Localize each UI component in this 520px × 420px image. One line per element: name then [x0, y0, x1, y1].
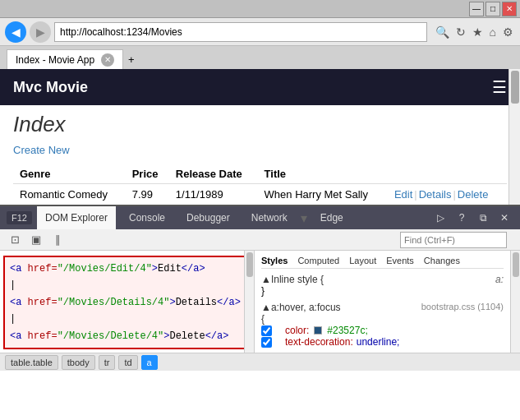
f12-badge: F12	[7, 211, 32, 224]
tab-network[interactable]: Network	[243, 206, 296, 229]
tab-debugger[interactable]: Debugger	[178, 206, 238, 229]
styles-tab-styles[interactable]: Styles	[261, 256, 288, 265]
css-brace-close: }	[261, 285, 504, 297]
css-prop-decoration-checkbox[interactable]	[261, 337, 272, 348]
star-icon[interactable]: ★	[471, 24, 485, 40]
edit-link[interactable]: Edit	[394, 188, 412, 201]
styles-tabs: Styles Computed Layout Events Changes	[261, 256, 504, 269]
dom-separator-2: |	[10, 311, 244, 327]
close-button[interactable]: ✕	[502, 2, 517, 16]
find-box	[400, 232, 507, 248]
crumb-a[interactable]: a	[141, 355, 158, 370]
dom-scroll-thumb	[246, 252, 253, 277]
page-content: Index Create New Genre Price Release Dat…	[0, 105, 520, 205]
crumb-td[interactable]: td	[118, 355, 137, 370]
col-genre: Genre	[13, 164, 126, 184]
home-icon[interactable]: ⌂	[488, 24, 498, 40]
settings-icon[interactable]: ⚙	[501, 24, 515, 40]
dom-line-details: <a href="/Movies/Details/4">Details</a>	[10, 294, 244, 311]
address-icons: 🔍 ↻ ★ ⌂ ⚙	[434, 24, 515, 40]
css-inline-decoration: a:	[495, 274, 504, 285]
app-container: Mvc Movie ☰ Index Create New Genre Price…	[0, 69, 520, 205]
css-open-brace: {	[261, 313, 504, 325]
delete-link[interactable]: Delete	[458, 188, 489, 201]
dom-highlighted-block: <a href="/Movies/Edit/4">Edit</a> | <a h…	[3, 256, 251, 349]
devtools-toolbar: F12 DOM Explorer Console Debugger Networ…	[0, 206, 520, 229]
mvc-navbar: Mvc Movie ☰	[0, 69, 520, 105]
forward-button[interactable]: ▶	[30, 21, 51, 43]
crumb-table[interactable]: table.table	[5, 355, 58, 370]
styles-tab-events[interactable]: Events	[386, 256, 414, 265]
tab-separator: ▾	[301, 210, 307, 226]
css-selector-inline: ▲Inline style	[261, 274, 320, 285]
back-button[interactable]: ◀	[5, 21, 26, 43]
table-header-row: Genre Price Release Date Title	[13, 164, 507, 184]
cell-title: When Harry Met Sally	[258, 184, 388, 205]
css-prop-decoration-name: text-decoration:	[275, 336, 353, 348]
styles-panel-scrollbar[interactable]	[510, 251, 520, 353]
url-text: http://localhost:1234/Movies	[60, 26, 182, 38]
close-devtools-icon[interactable]: ✕	[495, 209, 513, 227]
tab-bar: Index - Movie App ✕ +	[0, 46, 520, 69]
css-rule-hover: ▲a:hover, a:focus bootstrap.css (1104) {…	[261, 302, 504, 348]
pin-icon[interactable]: ▷	[431, 209, 449, 227]
create-new-link[interactable]: Create New	[13, 144, 70, 156]
dom-separator-1: |	[10, 277, 244, 293]
css-prop-color-name: color:	[275, 325, 309, 336]
col-price: Price	[126, 164, 169, 184]
new-tab-button[interactable]: +	[123, 49, 140, 69]
crumb-tbody[interactable]: tbody	[62, 355, 95, 370]
cell-release-date: 1/11/1989	[169, 184, 258, 205]
details-link[interactable]: Details	[419, 188, 452, 201]
col-actions	[388, 164, 507, 184]
tab-title: Index - Movie App	[16, 54, 94, 66]
devtools-right-icons: ▷ ? ⧉ ✕	[431, 209, 513, 227]
styles-panel: Styles Computed Layout Events Changes ▲I…	[255, 251, 510, 353]
styles-tab-layout[interactable]: Layout	[349, 256, 376, 265]
css-prop-color-row: color: #23527c;	[261, 325, 504, 336]
color-swatch[interactable]	[314, 326, 322, 335]
col-release-date: Release Date	[169, 164, 258, 184]
css-prop-color-val: #23527c;	[327, 325, 367, 336]
nav-title: Mvc Movie	[13, 79, 88, 96]
col-title: Title	[258, 164, 388, 184]
browser-titlebar: — □ ✕	[0, 0, 520, 18]
tab-edge[interactable]: Edge	[312, 206, 352, 229]
minimize-button[interactable]: —	[469, 2, 484, 16]
devtools-secondary-toolbar: ⊡ ▣ ∥	[0, 229, 520, 251]
css-selector-hover: ▲a:hover, a:focus	[261, 302, 341, 313]
box-model-icon[interactable]: ▣	[28, 232, 44, 248]
select-element-icon[interactable]: ⊡	[7, 232, 23, 248]
styles-tab-computed[interactable]: Computed	[297, 256, 339, 265]
scroll-thumb	[511, 71, 519, 104]
crumb-tr[interactable]: tr	[99, 355, 116, 370]
cell-price: 7.99	[126, 184, 169, 205]
hamburger-icon[interactable]: ☰	[492, 77, 507, 97]
devtools-statusbar: table.table tbody tr td a	[0, 353, 520, 371]
maximize-button[interactable]: □	[485, 2, 500, 16]
cell-genre: Romantic Comedy	[13, 184, 126, 205]
css-source[interactable]: bootstrap.css (1104)	[421, 302, 504, 312]
find-input[interactable]	[400, 232, 507, 248]
page-scrollbar[interactable]	[508, 69, 520, 205]
refresh-icon[interactable]: ↻	[454, 24, 467, 40]
dom-line-delete: <a href="/Movies/Delete/4">Delete</a>	[10, 328, 244, 344]
cursor-icon[interactable]: ∥	[49, 232, 66, 248]
page-title: Index	[13, 112, 507, 137]
styles-tab-changes[interactable]: Changes	[424, 256, 460, 265]
address-bar[interactable]: http://localhost:1234/Movies	[54, 22, 427, 42]
browser-tab[interactable]: Index - Movie App ✕	[7, 49, 123, 69]
tab-console[interactable]: Console	[121, 206, 173, 229]
css-prop-color-checkbox[interactable]	[261, 325, 272, 336]
search-icon[interactable]: 🔍	[434, 24, 451, 40]
help-icon[interactable]: ?	[453, 209, 471, 227]
css-rule-inline: ▲Inline style { a: }	[261, 274, 504, 297]
tab-dom-explorer[interactable]: DOM Explorer	[37, 206, 116, 229]
detach-icon[interactable]: ⧉	[474, 209, 492, 227]
cell-actions: Edit|Details|Delete	[388, 184, 507, 205]
css-prop-decoration-row: text-decoration: underline;	[261, 336, 504, 348]
dom-panel-scrollbar[interactable]	[244, 251, 254, 353]
tab-close-button[interactable]: ✕	[101, 53, 114, 67]
css-prop-decoration-val: underline;	[357, 336, 400, 348]
table-row: Romantic Comedy 7.99 1/11/1989 When Harr…	[13, 184, 507, 205]
